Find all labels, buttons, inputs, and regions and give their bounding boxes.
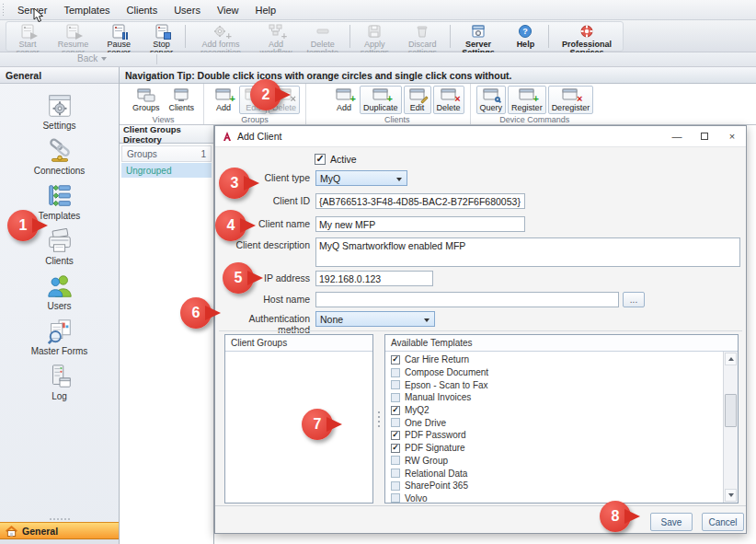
client-groups-panel-title: Client Groups <box>225 335 372 352</box>
sidebar-item-master-forms[interactable]: Master Forms <box>0 315 119 360</box>
sidebar-header: General <box>0 67 119 84</box>
sidebar-footer-general[interactable]: General <box>0 522 119 539</box>
save-button[interactable]: Save <box>650 513 693 531</box>
template-checkbox[interactable] <box>391 456 400 465</box>
template-checkbox[interactable] <box>391 380 400 389</box>
add-client-dialog: Add Client — × Active Client type MyQ Cl… <box>214 125 747 534</box>
clients-delete-button[interactable]: × Delete <box>433 86 464 114</box>
toolbar-grip <box>2 3 5 17</box>
template-row[interactable]: PDF Signature <box>385 442 723 455</box>
templates-list: Car Hire Return Compose Document Epson -… <box>385 352 723 503</box>
sidebar-item-log[interactable]: Log <box>0 360 119 405</box>
duplicate-icon: + <box>372 88 390 102</box>
template-checkbox[interactable] <box>391 431 400 440</box>
template-checkbox[interactable] <box>391 368 400 377</box>
active-label: Active <box>330 154 357 165</box>
clients-add-button[interactable]: + Add <box>330 86 358 114</box>
professional-services-button[interactable]: Professional Services <box>551 22 623 51</box>
device-deregister-button[interactable]: × Deregister <box>548 86 594 114</box>
edit-pencil-icon <box>408 88 427 102</box>
template-checkbox[interactable] <box>391 481 400 491</box>
active-checkbox[interactable] <box>315 154 326 165</box>
scroll-down-icon[interactable] <box>725 489 737 502</box>
device-register-button[interactable]: + Register <box>508 86 546 114</box>
pause-server-button[interactable]: Pause server <box>97 22 141 51</box>
annotation-3: 3 <box>219 168 250 199</box>
ribbon-toolbar: Groups Clients Views + Add Edit <box>120 84 756 125</box>
template-row[interactable]: Manual Invoices <box>385 391 723 404</box>
host-name-input[interactable] <box>315 292 619 307</box>
template-row[interactable]: Compose Document <box>385 366 723 379</box>
start-server-button[interactable]: Start server <box>6 22 49 51</box>
scrollbar-thumb[interactable] <box>725 394 737 427</box>
template-row[interactable]: SharePoint 365 <box>385 480 723 492</box>
server-settings-button[interactable]: Server Settings <box>452 22 505 51</box>
group-row-ungrouped[interactable]: Ungrouped <box>121 163 212 178</box>
menu-item-templates[interactable]: Templates <box>55 0 118 19</box>
resume-server-button[interactable]: Resume server <box>49 22 97 51</box>
add-icon: + <box>214 88 233 102</box>
maximize-button[interactable] <box>691 126 718 146</box>
views-clients-button[interactable]: Clients <box>166 86 199 114</box>
add-forms-recognition-button[interactable]: + Add forms recognition <box>187 22 254 51</box>
svg-text:?: ? <box>523 27 529 36</box>
delete-template-button[interactable]: Delete template <box>298 22 348 51</box>
stop-server-button[interactable]: Stop server <box>141 22 183 51</box>
device-query-button[interactable]: Query <box>476 86 507 114</box>
template-row[interactable]: RW Group <box>385 455 723 468</box>
panel-splitter[interactable] <box>373 334 384 503</box>
add-forms-recognition-icon: + <box>212 24 229 40</box>
template-row[interactable]: MyQ2 <box>385 404 723 417</box>
authentication-method-select[interactable]: None <box>315 311 435 327</box>
template-row[interactable]: Relational Data <box>385 467 723 480</box>
help-button[interactable]: ? Help <box>504 22 546 51</box>
groups-view-icon <box>137 88 155 102</box>
sidebar-item-connections[interactable]: Connections <box>0 134 119 179</box>
templates-scrollbar[interactable] <box>723 352 738 503</box>
resume-server-icon <box>64 24 81 40</box>
add-workflow-button[interactable]: + Add workflow <box>255 22 298 51</box>
discard-settings-button[interactable]: Discard settings <box>397 22 448 51</box>
template-checkbox[interactable] <box>391 469 400 478</box>
template-row[interactable]: One Drive <box>385 416 723 429</box>
users-icon <box>46 272 74 300</box>
menu-item-view[interactable]: View <box>209 0 247 19</box>
clients-edit-button[interactable]: Edit <box>404 86 431 114</box>
ip-address-input[interactable] <box>315 271 433 286</box>
annotation-2: 2 <box>250 79 281 110</box>
main-toolbar: Start server Resume server Pause server … <box>0 20 756 52</box>
template-checkbox[interactable] <box>391 444 400 453</box>
template-checkbox[interactable] <box>391 355 400 365</box>
client-type-select[interactable]: MyQ <box>315 170 407 186</box>
views-groups-button[interactable]: Groups <box>129 86 164 114</box>
template-checkbox[interactable] <box>391 406 400 415</box>
menu-item-users[interactable]: Users <box>166 0 209 19</box>
app-logo-icon <box>222 131 233 142</box>
dialog-titlebar[interactable]: Add Client — × <box>215 126 746 147</box>
host-name-browse-button[interactable]: ... <box>623 292 645 307</box>
back-button[interactable]: Back <box>77 53 107 64</box>
template-checkbox[interactable] <box>391 393 400 402</box>
sidebar-item-users[interactable]: Users <box>0 270 119 315</box>
scroll-up-icon[interactable] <box>725 353 737 365</box>
template-row[interactable]: Volvo <box>385 492 723 503</box>
clients-duplicate-button[interactable]: + Duplicate <box>360 86 402 114</box>
groups-add-button[interactable]: + Add <box>210 86 237 114</box>
template-row[interactable]: PDF Password <box>385 429 723 442</box>
directory-list-header[interactable]: Groups 1 <box>121 145 212 162</box>
template-row[interactable]: Car Hire Return <box>385 353 723 366</box>
close-button[interactable]: × <box>718 126 746 146</box>
minimize-button[interactable]: — <box>663 126 691 146</box>
menu-item-clients[interactable]: Clients <box>119 0 166 19</box>
menu-item-help[interactable]: Help <box>247 0 285 19</box>
apply-settings-button[interactable]: Apply settings <box>352 22 397 51</box>
template-checkbox[interactable] <box>391 418 400 427</box>
navigation-bar: Back <box>0 52 756 67</box>
template-checkbox[interactable] <box>391 493 400 503</box>
client-description-input[interactable] <box>315 237 740 267</box>
cancel-button[interactable]: Cancel <box>702 513 744 531</box>
template-row[interactable]: Epson - Scan to Fax <box>385 378 723 391</box>
client-name-input[interactable] <box>315 216 525 232</box>
client-id-input[interactable] <box>315 193 525 209</box>
sidebar-item-settings[interactable]: Settings <box>0 89 119 134</box>
